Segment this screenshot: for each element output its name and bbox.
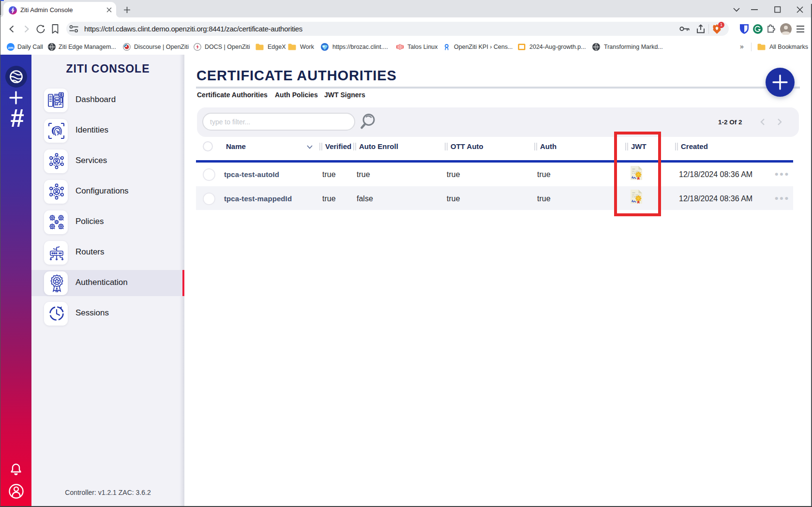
svg-text:zm: zm: [8, 45, 13, 50]
